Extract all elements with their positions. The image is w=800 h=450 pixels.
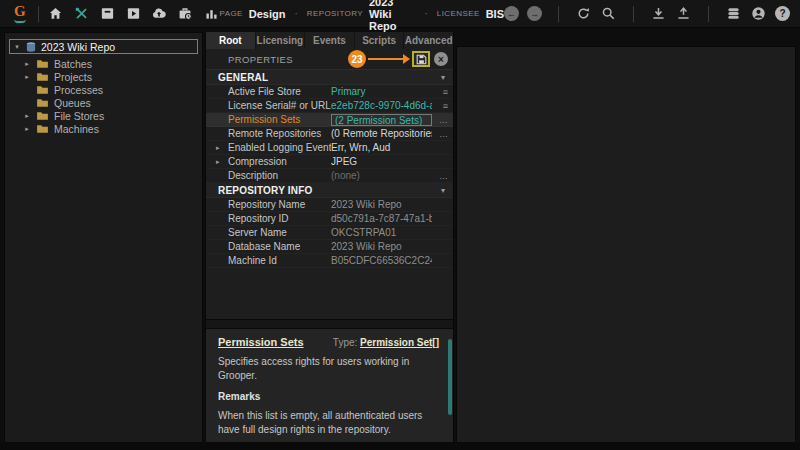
help-icon[interactable]: ? — [775, 6, 790, 21]
separator-dot: · — [294, 8, 297, 19]
divider — [708, 6, 709, 22]
remarks-heading: Remarks — [218, 391, 439, 402]
annotation-badge: 23 — [348, 50, 366, 68]
type-link[interactable]: Permission Set[] — [360, 337, 439, 348]
tree-root-node[interactable]: ▾ 2023 Wiki Repo — [9, 39, 198, 54]
repository-value[interactable]: 2023 Wiki Repo — [369, 0, 416, 32]
folder-icon — [36, 59, 49, 69]
tree-item-processes[interactable]: Processes — [5, 83, 202, 96]
save-button[interactable] — [412, 51, 430, 67]
help-type: Type: Permission Set[] — [333, 337, 439, 348]
properties-panel: Root Licensing Events Scripts Advanced P… — [205, 32, 454, 443]
scrollbar-thumb[interactable] — [448, 339, 452, 415]
expander-collapsed-icon[interactable]: ▸ — [216, 158, 220, 166]
property-row-permission-sets[interactable]: Permission Sets (2 Permission Sets) … — [206, 113, 453, 127]
menu-icon[interactable]: ≡ — [432, 87, 448, 97]
ellipsis-icon[interactable]: … — [432, 171, 448, 181]
properties-title: PROPERTIES — [228, 54, 293, 65]
property-row-database-name: Database Name 2023 Wiki Repo — [206, 240, 453, 254]
chevron-down-icon[interactable]: ▾ — [441, 186, 445, 195]
tab-events[interactable]: Events — [305, 32, 354, 49]
design-tools-icon[interactable] — [73, 5, 90, 22]
play-box-icon[interactable] — [125, 5, 142, 22]
chevron-down-icon[interactable]: ▾ — [441, 73, 445, 82]
section-repository-info[interactable]: REPOSITORY INFO ▾ — [206, 183, 453, 198]
repository-node-icon — [25, 41, 37, 53]
content-panel — [456, 46, 796, 443]
main-icon-nav — [47, 5, 220, 22]
status-bar — [0, 443, 800, 450]
app-window: G — [0, 0, 800, 450]
tree-root-label: 2023 Wiki Repo — [41, 41, 115, 53]
tree-item-machines[interactable]: ▸ Machines — [5, 122, 202, 135]
forward-icon[interactable]: → — [527, 6, 542, 21]
panel-splitter[interactable] — [206, 319, 453, 329]
ellipsis-icon[interactable]: … — [432, 129, 448, 139]
tab-bar: Root Licensing Events Scripts Advanced — [206, 32, 453, 49]
expander-collapsed-icon[interactable]: ▸ — [23, 60, 31, 68]
separator-dot: · — [425, 8, 428, 19]
property-row-enabled-logging-events[interactable]: ▸ Enabled Logging Events Err, Wrn, Aud — [206, 141, 453, 155]
back-icon[interactable]: ← — [504, 6, 519, 21]
tree-item-queues[interactable]: Queues — [5, 96, 202, 109]
tree-item-projects[interactable]: ▸ Projects — [5, 70, 202, 83]
tab-scripts[interactable]: Scripts — [355, 32, 404, 49]
page-label: PAGE — [220, 9, 243, 18]
tree-item-file-stores[interactable]: ▸ File Stores — [5, 109, 202, 122]
help-summary: Specifies access rights for users workin… — [218, 355, 439, 382]
tab-root[interactable]: Root — [206, 32, 255, 49]
upload-icon[interactable] — [675, 5, 692, 22]
grooper-logo: G — [10, 2, 30, 26]
property-help-panel: Permission Sets Type: Permission Set[] S… — [206, 329, 453, 442]
folder-icon — [36, 98, 49, 108]
top-toolbar: G — [0, 0, 800, 28]
logo-letter: G — [14, 5, 26, 18]
archive-box-icon[interactable] — [99, 5, 116, 22]
property-row-compression[interactable]: ▸ Compression JPEG — [206, 155, 453, 169]
property-row-active-file-store[interactable]: Active File Store Primary ≡ — [206, 85, 453, 99]
annotation-arrow — [368, 58, 404, 60]
menu-icon[interactable]: ≡ — [432, 101, 448, 111]
bar-chart-icon[interactable] — [203, 5, 220, 22]
ellipsis-icon[interactable]: … — [432, 115, 448, 125]
folder-icon — [36, 72, 49, 82]
property-row-machine-id: Machine Id B05CDFC66536C2C24585F... — [206, 254, 453, 268]
divider — [633, 6, 634, 22]
empty-space — [206, 268, 453, 319]
folder-icon — [36, 85, 49, 95]
expander-collapsed-icon[interactable]: ▸ — [216, 144, 220, 152]
expander-collapsed-icon[interactable]: ▸ — [23, 112, 31, 120]
licensee-value: BIS — [486, 8, 504, 20]
user-icon[interactable] — [750, 5, 767, 22]
logo-wave-icon — [14, 19, 26, 23]
briefcase-clock-icon[interactable] — [177, 5, 194, 22]
property-row-license-serial[interactable]: License Serial# or URL e2eb728c-9970-4d6… — [206, 99, 453, 113]
help-title: Permission Sets — [218, 336, 304, 348]
database-icon[interactable] — [725, 5, 742, 22]
property-row-description[interactable]: Description (none) … — [206, 169, 453, 183]
search-icon[interactable] — [600, 5, 617, 22]
expander-collapsed-icon[interactable]: ▸ — [23, 73, 31, 81]
licensee-label: LICENSEE — [437, 9, 480, 18]
node-tree-panel: ▾ 2023 Wiki Repo ▸ Batches ▸ Projects Pr… — [4, 32, 203, 443]
home-icon[interactable] — [47, 5, 64, 22]
remarks-paragraph-1: When this list is empty, all authenticat… — [218, 409, 439, 436]
divider — [558, 6, 559, 22]
download-icon[interactable] — [650, 5, 667, 22]
tab-advanced[interactable]: Advanced — [404, 32, 453, 49]
topbar-right-controls: ← → ? — [504, 5, 790, 22]
property-row-server-name: Server Name OKCSTRPA01 — [206, 226, 453, 240]
cloud-upload-icon[interactable] — [151, 5, 168, 22]
tab-licensing[interactable]: Licensing — [256, 32, 305, 49]
folder-icon — [36, 111, 49, 121]
divider — [38, 6, 39, 22]
page-value[interactable]: Design — [249, 8, 286, 20]
property-row-remote-repositories[interactable]: Remote Repositories (0 Remote Repositori… — [206, 127, 453, 141]
folder-icon — [36, 124, 49, 134]
close-icon[interactable]: × — [434, 52, 448, 66]
refresh-icon[interactable] — [575, 5, 592, 22]
expander-expanded-icon[interactable]: ▾ — [13, 43, 21, 51]
tree-item-batches[interactable]: ▸ Batches — [5, 57, 202, 70]
expander-collapsed-icon[interactable]: ▸ — [23, 125, 31, 133]
section-general[interactable]: GENERAL ▾ — [206, 70, 453, 85]
